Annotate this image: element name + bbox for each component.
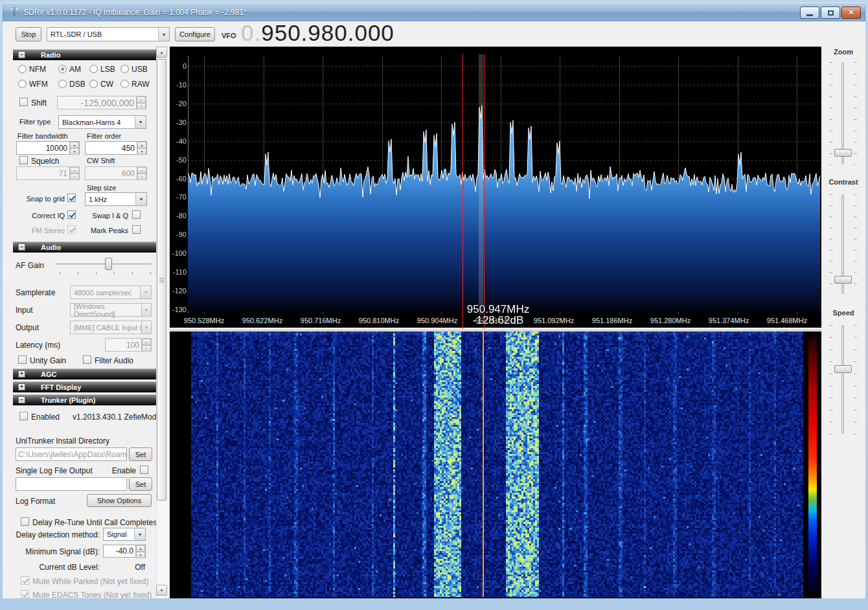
speed-slider-track[interactable]: [841, 325, 844, 434]
vfo-frequency-display[interactable]: 0.950.980.000: [241, 21, 394, 45]
chevron-down-icon: ▼: [135, 193, 146, 205]
close-button[interactable]: ✕: [841, 6, 861, 19]
tuned-frequency-cursor[interactable]: [484, 54, 485, 329]
radio-icon[interactable]: [120, 65, 129, 73]
frequency-axis-label: 951.280MHz: [641, 317, 700, 324]
y-axis-tick: -10: [176, 81, 187, 89]
fft-panel-header[interactable]: +FFT Display: [13, 381, 157, 392]
radio-icon[interactable]: [120, 80, 129, 88]
radio-icon[interactable]: [89, 65, 98, 73]
tuning-band[interactable]: [479, 54, 483, 315]
expand-icon[interactable]: +: [18, 370, 25, 378]
radio-icon[interactable]: [58, 65, 67, 73]
radio-icon[interactable]: [58, 80, 67, 88]
single-log-file-field[interactable]: [16, 477, 127, 491]
agc-panel-header[interactable]: +AGC: [13, 368, 157, 379]
radio-panel-header[interactable]: −Radio: [13, 49, 157, 60]
control-sidebar: −Radio NFMAMLSBUSBWFMDSBCWRAW Shift -125…: [3, 47, 170, 598]
audio-panel-header[interactable]: −Audio: [13, 242, 157, 253]
mute-edacs-checkbox: [21, 590, 29, 598]
scroll-down-button[interactable]: ▼: [156, 585, 167, 596]
channel-edge-cursor[interactable]: [463, 54, 463, 329]
snap-to-grid-checkbox[interactable]: [67, 194, 76, 202]
configure-button[interactable]: Configure: [175, 27, 215, 41]
delay-method-dropdown[interactable]: Signal▼: [103, 528, 146, 541]
cursor-tooltip: 950.947MHz -128.62dB: [463, 304, 534, 326]
filter-order-field[interactable]: 450▲▼: [85, 141, 147, 155]
y-axis-tick: -100: [172, 249, 187, 257]
collapse-icon[interactable]: −: [18, 396, 25, 403]
source-device-dropdown[interactable]: RTL-SDR / USB ▼: [47, 27, 170, 41]
app-icon: [9, 7, 19, 17]
window-title: SDR# v1.0.0.1172 - IQ Imbalance: Gain = …: [23, 8, 247, 17]
spinner[interactable]: ▲▼: [136, 96, 146, 109]
single-log-set-button[interactable]: Set: [129, 477, 152, 491]
shift-value-field[interactable]: -125,000,000 ▲▼: [57, 96, 146, 109]
af-gain-slider[interactable]: [105, 258, 112, 270]
frequency-axis-label: 950.716MHz: [291, 317, 350, 324]
delay-retune-checkbox[interactable]: [21, 517, 29, 526]
mark-peaks-checkbox[interactable]: [132, 225, 141, 234]
mode-option[interactable]: LSB: [89, 64, 120, 74]
squelch-checkbox[interactable]: [19, 156, 28, 164]
zoom-slider-label: Zoom: [821, 48, 865, 56]
trunker-enabled-checkbox[interactable]: [19, 412, 28, 420]
audio-input-dropdown: [Windows DirectSound]▼: [70, 303, 152, 317]
shift-checkbox[interactable]: [19, 98, 28, 106]
collapse-icon[interactable]: −: [18, 243, 25, 251]
spectrum-display[interactable]: [170, 47, 821, 315]
trunker-panel-header[interactable]: −Trunker (Plugin): [13, 394, 157, 405]
mode-option[interactable]: CW: [89, 79, 120, 89]
step-size-dropdown[interactable]: 1 kHz▼: [85, 192, 147, 206]
zoom-slider[interactable]: [834, 149, 852, 157]
tooltip-frequency: 950.947MHz: [463, 304, 534, 315]
fm-stereo-checkbox: [67, 225, 76, 234]
chevron-down-icon: ▼: [134, 528, 145, 540]
contrast-slider[interactable]: [834, 276, 852, 284]
title-bar[interactable]: SDR# v1.0.0.1172 - IQ Imbalance: Gain = …: [3, 3, 865, 21]
radio-icon[interactable]: [18, 80, 27, 88]
scroll-up-button[interactable]: ▲: [156, 47, 167, 58]
y-axis-tick: 0: [183, 62, 187, 70]
contrast-ticks: [854, 194, 857, 295]
cw-shift-field[interactable]: 600▲▼: [85, 166, 147, 180]
mode-option[interactable]: WFM: [18, 79, 58, 89]
single-log-enable-checkbox[interactable]: [140, 466, 148, 474]
waterfall-intensity-legend: [808, 337, 817, 592]
mode-option[interactable]: AM: [58, 64, 89, 74]
filter-bandwidth-field[interactable]: 10000▲▼: [16, 141, 80, 155]
samplerate-dropdown: 48000 sample/sec▼: [70, 286, 152, 299]
correct-iq-checkbox[interactable]: [67, 210, 76, 219]
frequency-axis-label: 950.904MHz: [408, 317, 466, 324]
squelch-value-field[interactable]: 71▲▼: [16, 166, 80, 180]
filter-audio-checkbox[interactable]: [83, 356, 91, 364]
y-axis-tick: -20: [176, 100, 187, 107]
maximize-button[interactable]: [821, 6, 840, 19]
collapse-icon[interactable]: −: [18, 51, 25, 58]
mode-option[interactable]: RAW: [120, 79, 151, 89]
waterfall-display[interactable]: [191, 332, 803, 597]
af-gain-track[interactable]: [56, 264, 152, 265]
y-axis-tick: -90: [176, 231, 187, 238]
mode-option[interactable]: DSB: [58, 79, 89, 89]
y-axis-tick: -80: [176, 212, 187, 220]
speed-slider[interactable]: [834, 365, 852, 373]
show-options-button[interactable]: Show Options: [87, 494, 152, 507]
radio-icon[interactable]: [89, 80, 98, 88]
stop-button[interactable]: Stop: [16, 27, 41, 41]
mode-option[interactable]: NFM: [18, 64, 58, 74]
filter-type-dropdown[interactable]: Blackman-Harris 4▼: [58, 115, 146, 129]
min-signal-field[interactable]: -40.0▲▼: [103, 545, 146, 558]
scrollbar-thumb[interactable]: [157, 59, 166, 501]
y-axis-tick: -70: [176, 193, 187, 201]
expand-icon[interactable]: +: [18, 383, 25, 390]
install-dir-set-button[interactable]: Set: [129, 447, 152, 461]
swap-iq-checkbox[interactable]: [132, 210, 141, 219]
latency-field: 100▲▼: [105, 338, 152, 352]
mode-option[interactable]: USB: [120, 64, 151, 74]
radio-icon[interactable]: [18, 65, 27, 73]
minimize-button[interactable]: [800, 6, 819, 19]
af-gain-ticks: [60, 272, 152, 275]
install-dir-field[interactable]: C:\Users\jlwiles\AppData\Roamin: [16, 447, 127, 461]
unity-gain-checkbox[interactable]: [18, 356, 27, 364]
